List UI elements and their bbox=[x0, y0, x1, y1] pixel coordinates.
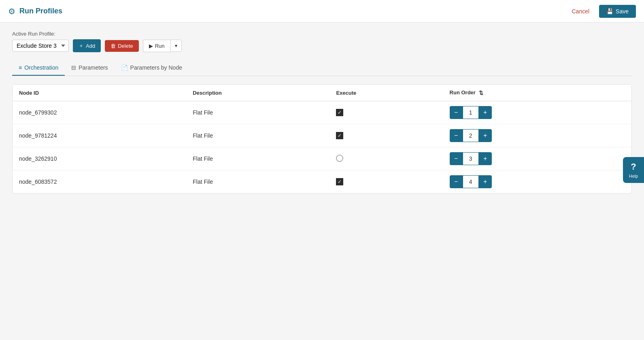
run-order-increment-button[interactable]: + bbox=[479, 152, 492, 165]
run-order-value: 2 bbox=[463, 129, 479, 142]
save-button[interactable]: 💾 Save bbox=[599, 5, 636, 18]
sort-icon: ⇅ bbox=[479, 90, 483, 96]
run-button-group: ▶ Run ▾ bbox=[143, 40, 182, 52]
cell-execute[interactable]: ✓ bbox=[329, 101, 443, 124]
tabs: ≡ Orchestration ⊟ Parameters 📄 Parameter… bbox=[12, 60, 632, 76]
cell-execute[interactable] bbox=[329, 147, 443, 170]
save-icon: 💾 bbox=[606, 8, 613, 15]
cell-run-order: − 4 + bbox=[443, 170, 631, 193]
tab-parameters[interactable]: ⊟ Parameters bbox=[65, 60, 114, 76]
gear-icon: ⚙ bbox=[8, 6, 15, 16]
cell-description: Flat File bbox=[186, 170, 329, 193]
checkbox-checked[interactable]: ✓ bbox=[336, 178, 343, 185]
page-title: Run Profiles bbox=[19, 7, 62, 15]
add-button[interactable]: ＋ Add bbox=[73, 39, 101, 52]
run-order-value: 1 bbox=[463, 106, 479, 119]
cell-description: Flat File bbox=[186, 147, 329, 170]
plus-icon: ＋ bbox=[79, 42, 84, 49]
run-order-decrement-button[interactable]: − bbox=[450, 152, 463, 165]
table-body: node_6799302 Flat File ✓ − 1 + bbox=[13, 101, 631, 193]
checkbox-unchecked[interactable] bbox=[336, 155, 343, 162]
table-row: node_6083572 Flat File ✓ − 4 + bbox=[13, 170, 631, 193]
nodes-table: Node ID Description Execute Run Order ⇅ … bbox=[13, 85, 631, 193]
col-description: Description bbox=[186, 85, 329, 101]
main-content: Active Run Profile: Exclude Store 3 Prof… bbox=[0, 23, 644, 202]
delete-button[interactable]: 🗑 Delete bbox=[105, 40, 139, 52]
table-row: node_3262910 Flat File − 3 + bbox=[13, 147, 631, 170]
chevron-down-icon: ▾ bbox=[175, 43, 177, 49]
cell-run-order: − 2 + bbox=[443, 124, 631, 147]
table-header: Node ID Description Execute Run Order ⇅ bbox=[13, 85, 631, 101]
profile-select[interactable]: Exclude Store 3 Profile 1 Profile 2 bbox=[12, 40, 69, 52]
play-icon: ▶ bbox=[149, 43, 153, 49]
tab-orchestration[interactable]: ≡ Orchestration bbox=[12, 60, 65, 76]
col-execute: Execute bbox=[329, 85, 443, 101]
trash-icon: 🗑 bbox=[111, 43, 116, 49]
tab-parameters-by-node[interactable]: 📄 Parameters by Node bbox=[115, 60, 189, 76]
cell-run-order: − 3 + bbox=[443, 147, 631, 170]
checkbox-checked[interactable]: ✓ bbox=[336, 132, 343, 139]
table-row: node_9781224 Flat File ✓ − 2 + bbox=[13, 124, 631, 147]
cell-run-order: − 1 + bbox=[443, 101, 631, 124]
cell-description: Flat File bbox=[186, 101, 329, 124]
cell-node-id: node_6083572 bbox=[13, 170, 186, 193]
run-order-decrement-button[interactable]: − bbox=[450, 129, 463, 142]
sliders-icon: ⊟ bbox=[71, 64, 76, 71]
cancel-button[interactable]: Cancel bbox=[567, 6, 594, 17]
run-order-increment-button[interactable]: + bbox=[479, 175, 492, 188]
run-button[interactable]: ▶ Run bbox=[143, 40, 170, 52]
layers-icon: ≡ bbox=[19, 64, 22, 71]
cell-node-id: node_6799302 bbox=[13, 101, 186, 124]
cell-node-id: node_9781224 bbox=[13, 124, 186, 147]
header-right: Cancel 💾 Save bbox=[567, 5, 636, 18]
table-row: node_6799302 Flat File ✓ − 1 + bbox=[13, 101, 631, 124]
run-dropdown-button[interactable]: ▾ bbox=[170, 40, 182, 52]
header-left: ⚙ Run Profiles bbox=[8, 6, 62, 16]
header: ⚙ Run Profiles Cancel 💾 Save bbox=[0, 0, 644, 23]
checkbox-checked[interactable]: ✓ bbox=[336, 109, 343, 116]
col-node-id: Node ID bbox=[13, 85, 186, 101]
file-text-icon: 📄 bbox=[121, 64, 128, 71]
col-run-order: Run Order ⇅ bbox=[443, 85, 631, 101]
nodes-table-container: Node ID Description Execute Run Order ⇅ … bbox=[12, 84, 632, 193]
help-label: Help bbox=[629, 174, 638, 178]
active-run-profile-label: Active Run Profile: bbox=[12, 31, 632, 37]
run-order-value: 3 bbox=[463, 152, 479, 165]
run-order-decrement-button[interactable]: − bbox=[450, 175, 463, 188]
profile-row: Exclude Store 3 Profile 1 Profile 2 ＋ Ad… bbox=[12, 39, 182, 52]
cell-description: Flat File bbox=[186, 124, 329, 147]
profile-section: Exclude Store 3 Profile 1 Profile 2 ＋ Ad… bbox=[12, 39, 632, 52]
run-order-value: 4 bbox=[463, 175, 479, 188]
cell-execute[interactable]: ✓ bbox=[329, 124, 443, 147]
cell-node-id: node_3262910 bbox=[13, 147, 186, 170]
cell-execute[interactable]: ✓ bbox=[329, 170, 443, 193]
run-order-increment-button[interactable]: + bbox=[479, 129, 492, 142]
run-order-decrement-button[interactable]: − bbox=[450, 106, 463, 119]
run-order-increment-button[interactable]: + bbox=[479, 106, 492, 119]
help-button[interactable]: ? Help bbox=[623, 157, 644, 183]
question-mark-icon: ? bbox=[631, 162, 636, 172]
